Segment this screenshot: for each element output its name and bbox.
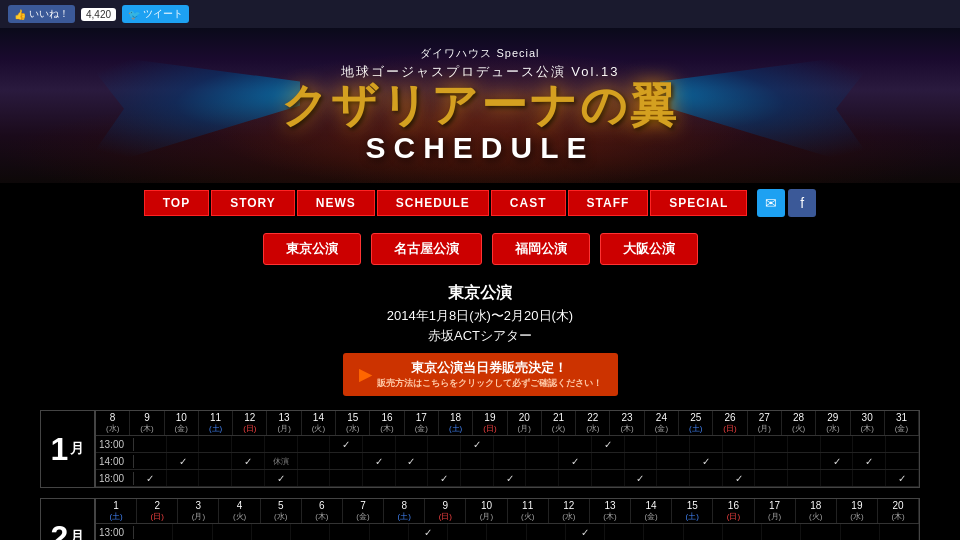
venue-tab-nagoya[interactable]: 名古屋公演 — [371, 233, 482, 265]
like-icon: 👍 — [14, 9, 26, 20]
schedule-slot — [559, 453, 592, 469]
date-cell: 25(土) — [679, 411, 713, 435]
schedule-slot — [461, 453, 494, 469]
date-cell: 3(月) — [178, 499, 219, 523]
schedule-slot — [690, 453, 723, 469]
schedule-slot — [494, 436, 527, 452]
twitter-nav-button[interactable]: ✉ — [757, 189, 785, 217]
nav-item-news[interactable]: NEWS — [297, 190, 375, 216]
performance-dates: 2014年1月8日(水)〜2月20日(木) — [0, 307, 960, 325]
schedule-slot — [363, 436, 396, 452]
schedule-slot — [886, 470, 919, 486]
schedule-slot — [625, 470, 658, 486]
nav-item-schedule[interactable]: SCHEDULE — [377, 190, 489, 216]
date-cell: 10(金) — [165, 411, 199, 435]
schedule-slot — [526, 453, 559, 469]
nav-item-cast[interactable]: CAST — [491, 190, 566, 216]
date-cell: 12(日) — [233, 411, 267, 435]
schedule-slot — [428, 453, 461, 469]
date-cell: 14(金) — [631, 499, 672, 523]
schedule-slot — [592, 470, 625, 486]
date-cell: 9(木) — [130, 411, 164, 435]
date-cell: 8(土) — [384, 499, 425, 523]
nav-item-special[interactable]: SPECIAL — [650, 190, 747, 216]
schedule-slot — [298, 436, 331, 452]
date-cell: 18(火) — [796, 499, 837, 523]
social-bar: 👍 いいね！ 4,420 🐦 ツイート — [0, 0, 960, 28]
schedule-slot — [625, 436, 658, 452]
date-cell: 16(日) — [713, 499, 754, 523]
schedule-slot — [494, 470, 527, 486]
schedule-slot — [330, 453, 363, 469]
month-section-1: 1月8(水)9(木)10(金)11(土)12(日)13(月)14(火)15(水)… — [40, 410, 920, 488]
tweet-button[interactable]: 🐦 ツイート — [122, 5, 189, 23]
date-cell: 9(日) — [425, 499, 466, 523]
schedule-section: 1月8(水)9(木)10(金)11(土)12(日)13(月)14(火)15(水)… — [0, 402, 960, 540]
schedule-slot — [853, 436, 886, 452]
schedule-slot — [330, 524, 369, 540]
date-cell: 30(木) — [851, 411, 885, 435]
ticket-button[interactable]: ▶ 東京公演当日券販売決定！ 販売方法はこちらをクリックして必ずご確認ください！ — [343, 353, 618, 396]
schedule-slot — [821, 436, 854, 452]
schedule-slot — [330, 470, 363, 486]
venue-tab-osaka[interactable]: 大阪公演 — [600, 233, 698, 265]
venue-tab-fukuoka[interactable]: 福岡公演 — [492, 233, 590, 265]
venue-title: 東京公演 — [0, 283, 960, 304]
like-button[interactable]: 👍 いいね！ — [8, 5, 75, 23]
nav-items: TOPSTORYNEWSSCHEDULECASTSTAFFSPECIAL — [144, 190, 748, 216]
date-cell: 19(水) — [837, 499, 878, 523]
month-section-2: 2月1(土)2(日)3(月)4(火)5(水)6(木)7(金)8(土)9(日)10… — [40, 498, 920, 540]
date-cell: 24(金) — [645, 411, 679, 435]
date-cell: 20(木) — [878, 499, 919, 523]
info-section: 東京公演 2014年1月8日(水)〜2月20日(木) 赤坂ACTシアター ▶ 東… — [0, 273, 960, 402]
schedule-slot — [723, 524, 762, 540]
schedule-slot — [853, 453, 886, 469]
schedule-slot — [527, 524, 566, 540]
hero-sponsor: ダイワハウス Special — [420, 46, 539, 61]
main-nav: TOPSTORYNEWSSCHEDULECASTSTAFFSPECIAL ✉ f — [0, 183, 960, 223]
facebook-nav-button[interactable]: f — [788, 189, 816, 217]
date-cell: 21(火) — [542, 411, 576, 435]
time-row: 18:00 — [96, 470, 919, 487]
date-cell: 1(土) — [96, 499, 137, 523]
schedule-slot — [605, 524, 644, 540]
schedule-slot — [199, 453, 232, 469]
schedule-slot — [199, 470, 232, 486]
date-cell: 12(水) — [549, 499, 590, 523]
schedule-slot — [755, 436, 788, 452]
schedule-slot — [690, 436, 723, 452]
date-cell: 11(火) — [508, 499, 549, 523]
schedule-slot — [298, 470, 331, 486]
nav-item-story[interactable]: STORY — [211, 190, 295, 216]
schedule-slot — [755, 453, 788, 469]
schedule-slot — [821, 453, 854, 469]
schedule-slot — [592, 453, 625, 469]
date-cell: 13(月) — [267, 411, 301, 435]
date-cell: 7(金) — [343, 499, 384, 523]
month-label-2: 2月 — [40, 498, 95, 540]
schedule-slot — [853, 470, 886, 486]
schedule-slot — [723, 453, 756, 469]
schedule-slot — [788, 453, 821, 469]
date-cell: 15(水) — [336, 411, 370, 435]
like-count: 4,420 — [81, 8, 116, 21]
schedule-slot — [821, 470, 854, 486]
schedule-slot — [134, 524, 173, 540]
date-cell: 14(火) — [302, 411, 336, 435]
nav-item-top[interactable]: TOP — [144, 190, 209, 216]
date-cell: 29(水) — [816, 411, 850, 435]
schedule-slot — [461, 470, 494, 486]
time-row: 13:00 — [96, 436, 919, 453]
schedule-slot — [167, 470, 200, 486]
schedule-slot — [886, 436, 919, 452]
nav-item-staff[interactable]: STAFF — [568, 190, 649, 216]
schedule-slot — [684, 524, 723, 540]
schedule-slot — [723, 436, 756, 452]
time-label: 18:00 — [96, 472, 134, 485]
time-row: 13:00 — [96, 524, 919, 540]
schedule-slot — [298, 453, 331, 469]
schedule-slot — [755, 470, 788, 486]
date-cell: 8(水) — [96, 411, 130, 435]
venue-tab-tokyo[interactable]: 東京公演 — [263, 233, 361, 265]
date-cell: 19(日) — [473, 411, 507, 435]
